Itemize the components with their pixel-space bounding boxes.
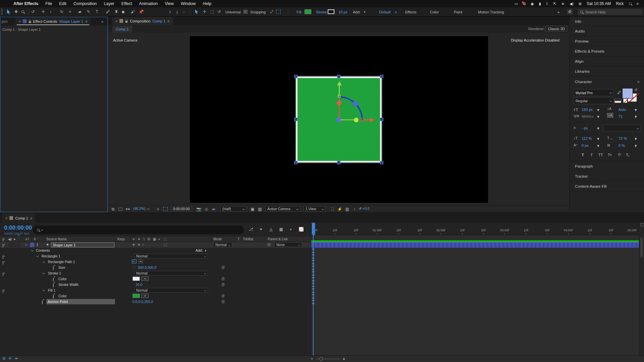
spotlight-icon[interactable] — [629, 2, 632, 5]
selection-handle[interactable] — [294, 118, 298, 121]
lock-icon[interactable] — [125, 21, 127, 23]
color-picker-icon[interactable]: ⇒ — [141, 277, 149, 281]
add-shape-icon[interactable]: ◑ — [361, 8, 368, 15]
visibility-toggle[interactable] — [3, 255, 3, 259]
panel-item-info[interactable]: Info — [570, 17, 644, 26]
gizmo-rotation-icon[interactable]: ↺ — [216, 8, 222, 15]
world-axis-mode[interactable]: ⍙ — [174, 8, 180, 15]
layer-label-swatch[interactable] — [30, 243, 34, 247]
type-tool[interactable]: T — [94, 8, 100, 15]
expander[interactable] — [36, 255, 39, 257]
share-view-icon[interactable]: ⛶ — [329, 206, 336, 213]
notification-badge-icon[interactable]: ⧉ — [523, 2, 526, 6]
show-snapshot-icon[interactable]: ◍ — [203, 206, 210, 213]
expand-layer-switches-icon[interactable]: ⧉ — [3, 356, 5, 361]
pickwhip-icon[interactable]: @ — [221, 283, 225, 286]
font-size-dropdown-arrow[interactable]: ▼ — [596, 108, 600, 112]
histogram-icon[interactable]: ▥ — [344, 206, 351, 213]
fill-color-swatch[interactable] — [305, 9, 311, 14]
layer-duration-bar[interactable] — [311, 242, 639, 248]
no-fill-swatch[interactable] — [623, 99, 627, 103]
kerning-dropdown-arrow[interactable]: ▼ — [596, 115, 600, 119]
draft-3d-icon[interactable]: ✦ — [258, 226, 264, 233]
stroke-color-swatch[interactable] — [328, 9, 334, 14]
transparency-grid-icon[interactable]: ▨ — [257, 206, 263, 213]
close-tab-icon[interactable]: × — [5, 216, 7, 220]
gizmo-scale-icon[interactable]: ⬚ — [209, 8, 216, 15]
layer-visibility-toggle[interactable] — [3, 244, 3, 248]
layer-switch-anchor[interactable]: ✛ — [132, 243, 135, 247]
comp-viewer[interactable] — [190, 36, 488, 203]
kerning-value[interactable]: Metrics — [582, 114, 593, 118]
layer-row-shape-layer-1[interactable]: 1 ★ Shape Layer 1 ✛ ✳ ∕ ⬚ Normal @ None — [0, 242, 311, 248]
gizmo-universal-label[interactable]: Universal — [225, 10, 241, 14]
menu-file[interactable]: File — [45, 1, 52, 6]
text-fill-color-swatch[interactable] — [622, 88, 633, 99]
selection-handle[interactable] — [337, 75, 340, 78]
magnification-dropdown[interactable]: (46.2%) — [133, 206, 149, 210]
anchor-point-value[interactable]: 0.0,0.0,255.0 — [132, 300, 153, 304]
selection-handle[interactable] — [294, 161, 298, 164]
size-value[interactable]: 500.0,500.0 — [138, 265, 156, 269]
workspace-color[interactable]: Color — [430, 10, 439, 14]
current-time-indicator-head[interactable] — [312, 223, 315, 234]
hand-tool[interactable]: ✥ — [13, 8, 19, 15]
timeline-graph-area[interactable]: 00f 10f 20f 01:00f 10f 20f 02:00f 10f 20… — [311, 223, 639, 355]
fill1-blend-dropdown[interactable]: Normal — [134, 288, 208, 293]
frame-blending-icon[interactable]: ▦ — [278, 226, 284, 233]
renderer-button[interactable]: Classic 3D — [545, 26, 568, 32]
keyboard-brightness-icon[interactable]: ⊞ — [579, 2, 582, 6]
snapping-checkbox[interactable]: ✓ — [244, 10, 248, 14]
dolly-camera-tool[interactable]: ↕ — [47, 8, 54, 15]
pickwhip-icon[interactable]: @ — [221, 300, 225, 303]
contents-expander[interactable] — [31, 249, 34, 251]
workspace-overflow[interactable]: » — [557, 10, 559, 14]
rotate-tool[interactable]: ↻ — [58, 8, 65, 15]
selection-handle[interactable] — [337, 161, 340, 164]
preview-monitor-icon[interactable]: 🖵 — [117, 206, 124, 213]
menu-animation[interactable]: Animation — [139, 1, 158, 6]
dimension-link-box[interactable] — [132, 265, 136, 269]
orbit-camera-tool[interactable]: ↺ — [30, 8, 36, 15]
layer-switch-collapse[interactable]: ✳ — [138, 243, 141, 247]
panel-item-preview[interactable]: Preview — [570, 37, 644, 46]
stroke-label[interactable]: Stroke: — [316, 10, 328, 14]
reset-exposure[interactable]: ↺+0.0 — [359, 206, 370, 210]
pan-behind-tool[interactable]: ⌖ — [67, 8, 73, 15]
footer-timecode[interactable]: 0:00:00:00 — [171, 206, 192, 212]
stroke-width-value[interactable]: 10.0 — [136, 283, 142, 287]
source-name-column-header[interactable]: Source Name — [46, 237, 67, 241]
leading-value[interactable]: Auto — [619, 108, 626, 112]
panel-item-align[interactable]: Align — [570, 57, 644, 66]
menu-bar-clock[interactable]: Sat 10:35 AM — [587, 1, 611, 6]
roto-brush-tool[interactable]: 🖌 — [129, 8, 136, 15]
layer-mode-dropdown[interactable]: Normal — [213, 242, 232, 247]
color-picker-icon[interactable]: ⇒ — [141, 294, 149, 298]
font-family-dropdown[interactable]: Myriad Pro — [574, 89, 613, 96]
resolution-dropdown[interactable]: (Half) — [220, 206, 247, 212]
current-timecode[interactable]: 0:00:00:00 — [4, 225, 32, 231]
volume-icon[interactable]: ◀) — [570, 2, 574, 6]
panel-menu-icon[interactable]: ≡ — [167, 19, 169, 23]
zoom-tool[interactable] — [19, 8, 26, 15]
visibility-toggle[interactable] — [3, 261, 3, 265]
anchor-point-label-selected[interactable]: Anchor Point — [46, 299, 115, 304]
selection-handle[interactable] — [380, 118, 383, 121]
baseline-shift-dropdown-arrow[interactable]: ▼ — [596, 144, 600, 148]
region-of-interest-icon[interactable] — [162, 206, 169, 213]
battery-icon[interactable]: ▮ — [539, 2, 541, 6]
workspace-menu-icon[interactable]: ≡ — [395, 10, 397, 14]
stroke1-blend-dropdown[interactable]: Normal — [134, 271, 208, 276]
x-axis-arrow[interactable] — [370, 118, 375, 122]
stopwatch-icon[interactable] — [42, 300, 43, 305]
menu-window[interactable]: Window — [181, 1, 196, 6]
close-tab-icon[interactable]: × — [115, 19, 117, 23]
font-size-value[interactable]: 150 px — [582, 108, 593, 112]
expander[interactable] — [43, 289, 45, 291]
fill-label[interactable]: Fill: — [297, 10, 302, 14]
xy-scale-handle[interactable] — [354, 118, 359, 122]
subscript-button[interactable]: T₁ — [626, 153, 629, 157]
viewer-tab-comp1[interactable]: Comp 1 — [112, 26, 132, 33]
composition-tab[interactable]: × Composition Comp 1 ≡ — [112, 17, 173, 25]
default-stroke-swatch[interactable] — [614, 101, 621, 103]
